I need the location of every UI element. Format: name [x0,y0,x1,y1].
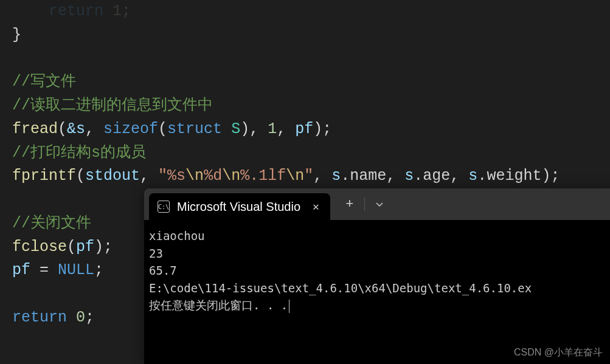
output-line: 65.7 [149,262,608,280]
divider [364,197,365,211]
code-line [12,47,598,71]
watermark: CSDN @小羊在奋斗 [514,346,603,359]
code-line: //读取二进制的信息到文件中 [12,94,598,118]
terminal-tab-title: Microsoft Visual Studio [177,200,300,214]
code-line: fread(&s, sizeof(struct S), 1, pf); [12,118,598,142]
cursor-icon [289,300,289,313]
terminal-icon: C:\ [158,201,170,213]
code-line: fprintf(stdout, "%s\n%d\n%.1lf\n", s.nam… [12,165,598,188]
code-line: return 1; [12,0,598,24]
terminal-tab-bar: C:\ Microsoft Visual Studio ✕ + [144,188,610,220]
new-tab-button[interactable]: + [338,192,362,216]
code-line: //写文件 [12,70,598,94]
code-line: } [12,24,598,47]
tab-actions: + [338,192,392,216]
close-icon[interactable]: ✕ [313,200,319,213]
output-line: xiaochou [149,227,608,245]
terminal-output[interactable]: xiaochou 23 65.7 E:\code\114-issues\text… [144,220,610,321]
output-line: 按任意键关闭此窗口. . . [149,297,608,314]
code-line: //打印结构s的成员 [12,142,598,165]
terminal-tab[interactable]: C:\ Microsoft Visual Studio ✕ [149,193,330,220]
output-line: 23 [149,245,608,263]
output-line: E:\code\114-issues\text_4.6.10\x64\Debug… [149,280,608,297]
tab-dropdown-button[interactable] [367,192,392,216]
terminal-window[interactable]: C:\ Microsoft Visual Studio ✕ + xiaochou… [144,188,610,364]
